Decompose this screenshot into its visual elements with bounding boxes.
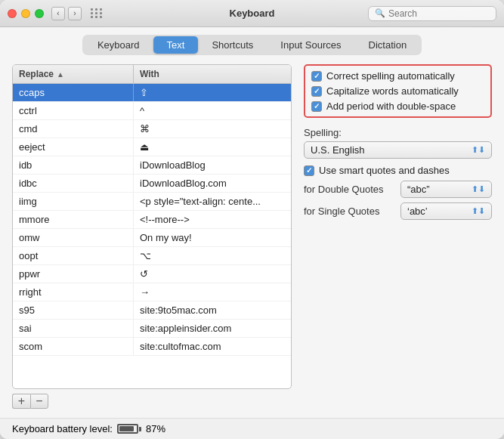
replace-cell: mmore — [13, 211, 134, 228]
correct-spelling-item[interactable]: Correct spelling automatically — [311, 70, 484, 82]
with-cell: site:cultofmac.com — [134, 338, 291, 355]
smart-quotes-item[interactable]: Use smart quotes and dashes — [304, 165, 492, 176]
with-cell: site:appleinsider.com — [134, 320, 291, 337]
table-row[interactable]: cctrl^ — [13, 102, 291, 120]
table-row[interactable]: rright→ — [13, 283, 291, 301]
replace-cell: cctrl — [13, 102, 134, 119]
correct-spelling-label: Correct spelling automatically — [326, 70, 455, 82]
smart-quotes-checkbox[interactable] — [304, 165, 314, 176]
battery-body — [117, 424, 138, 434]
auto-correction-group: Correct spelling automatically Capitaliz… — [304, 64, 492, 118]
close-button[interactable] — [8, 9, 17, 18]
maximize-button[interactable] — [35, 9, 44, 18]
battery-fill — [119, 426, 134, 431]
with-cell: iDownloadBlog — [134, 156, 291, 174]
replace-cell: idbc — [13, 175, 134, 192]
capitalize-words-checkbox[interactable] — [311, 86, 322, 97]
table-row[interactable]: saisite:appleinsider.com — [13, 320, 291, 338]
single-quotes-label: for Single Quotes — [304, 206, 394, 217]
replace-cell: ppwr — [13, 265, 134, 283]
spelling-select[interactable]: U.S. English ⬆⬇ — [304, 141, 492, 159]
main-content: Replace ▲ With ccaps⇧cctrl^cmd⌘eeject⏏id… — [0, 55, 504, 418]
replace-cell: oopt — [13, 247, 134, 264]
add-period-item[interactable]: Add period with double-space — [311, 100, 484, 112]
tabs-container: Keyboard Text Shortcuts Input Sources Di… — [0, 27, 504, 55]
status-bar: Keyboard battery level: 87% — [0, 418, 504, 439]
spelling-select-arrows-icon: ⬆⬇ — [472, 145, 485, 155]
replace-cell: scom — [13, 338, 134, 355]
tab-group: Keyboard Text Shortcuts Input Sources Di… — [82, 35, 422, 55]
replace-cell: iimg — [13, 193, 134, 210]
with-cell: ↺ — [134, 265, 291, 283]
nav-buttons: ‹ › — [51, 7, 82, 20]
table-row[interactable]: ppwr↺ — [13, 265, 291, 283]
replace-cell: ccaps — [13, 84, 134, 101]
replace-cell: omw — [13, 229, 134, 246]
grid-icon[interactable] — [91, 8, 103, 18]
table-row[interactable]: idbiDownloadBlog — [13, 156, 291, 175]
replace-cell: idb — [13, 156, 134, 174]
text-table: Replace ▲ With ccaps⇧cctrl^cmd⌘eeject⏏id… — [12, 64, 292, 389]
replace-column-header: Replace ▲ — [13, 65, 134, 83]
spelling-select-value: U.S. English — [311, 144, 365, 156]
text-replacement-panel: Replace ▲ With ccaps⇧cctrl^cmd⌘eeject⏏id… — [12, 64, 292, 409]
replace-cell: rright — [13, 283, 134, 301]
battery-icon — [117, 424, 141, 434]
replace-cell: cmd — [13, 120, 134, 138]
table-row[interactable]: scomsite:cultofmac.com — [13, 338, 291, 356]
tab-shortcuts[interactable]: Shortcuts — [198, 36, 267, 54]
back-button[interactable]: ‹ — [51, 7, 65, 20]
table-row[interactable]: cmd⌘ — [13, 120, 291, 138]
table-row[interactable]: eeject⏏ — [13, 138, 291, 156]
table-row[interactable]: omwOn my way! — [13, 229, 291, 247]
single-quotes-select-value: ‘abc’ — [407, 206, 428, 217]
battery-tip — [139, 427, 141, 431]
table-row[interactable]: idbciDownloadBlog.com — [13, 175, 291, 193]
with-column-header: With — [134, 65, 291, 83]
double-quotes-select-arrows-icon: ⬆⬇ — [472, 184, 485, 194]
replace-cell: eeject — [13, 138, 134, 156]
add-period-checkbox[interactable] — [311, 101, 322, 112]
tab-dictation[interactable]: Dictation — [355, 36, 421, 54]
settings-panel: Correct spelling automatically Capitaliz… — [304, 64, 492, 409]
traffic-lights — [8, 9, 44, 18]
correct-spelling-checkbox[interactable] — [311, 71, 322, 82]
titlebar: ‹ › Keyboard 🔍 — [0, 0, 504, 27]
tab-keyboard[interactable]: Keyboard — [84, 36, 153, 54]
add-row-button[interactable]: + — [12, 394, 30, 409]
double-quotes-select[interactable]: “abc” ⬆⬇ — [400, 181, 492, 198]
main-window: ‹ › Keyboard 🔍 Keyboard Text Shortcuts I… — [0, 0, 504, 439]
single-quotes-select[interactable]: ‘abc’ ⬆⬇ — [400, 202, 492, 220]
with-cell: site:9to5mac.com — [134, 301, 291, 319]
table-body: ccaps⇧cctrl^cmd⌘eeject⏏idbiDownloadBlogi… — [13, 84, 291, 356]
smart-quotes-label: Use smart quotes and dashes — [319, 165, 450, 176]
single-quotes-select-arrows-icon: ⬆⬇ — [472, 206, 485, 216]
table-row[interactable]: s95site:9to5mac.com — [13, 301, 291, 320]
table-row[interactable]: ccaps⇧ — [13, 84, 291, 102]
with-cell: → — [134, 283, 291, 301]
tab-text[interactable]: Text — [153, 36, 199, 54]
remove-row-button[interactable]: − — [30, 394, 48, 409]
battery-status-label: Keyboard battery level: — [12, 423, 113, 434]
table-row[interactable]: mmore<!--more--> — [13, 211, 291, 229]
table-row[interactable]: iimg<p style="text-align: cente... — [13, 193, 291, 211]
double-quotes-label: for Double Quotes — [304, 184, 394, 195]
forward-button[interactable]: › — [68, 7, 82, 20]
double-quotes-select-value: “abc” — [407, 184, 430, 195]
replace-cell: sai — [13, 320, 134, 337]
smart-quotes-section: Use smart quotes and dashes for Double Q… — [304, 165, 492, 220]
capitalize-words-label: Capitalize words automatically — [326, 85, 459, 97]
with-cell: ⇧ — [134, 84, 291, 101]
minimize-button[interactable] — [21, 9, 30, 18]
replace-cell: s95 — [13, 301, 134, 319]
spelling-label: Spelling: — [304, 127, 492, 138]
add-period-label: Add period with double-space — [326, 100, 456, 112]
tab-input-sources[interactable]: Input Sources — [267, 36, 354, 54]
table-row[interactable]: oopt⌥ — [13, 247, 291, 265]
search-box[interactable]: 🔍 — [368, 6, 496, 21]
search-input[interactable] — [388, 8, 490, 19]
single-quotes-row: for Single Quotes ‘abc’ ⬆⬇ — [304, 202, 492, 220]
with-cell: <p style="text-align: cente... — [134, 193, 291, 210]
capitalize-words-item[interactable]: Capitalize words automatically — [311, 85, 484, 97]
with-cell: ⌘ — [134, 120, 291, 138]
